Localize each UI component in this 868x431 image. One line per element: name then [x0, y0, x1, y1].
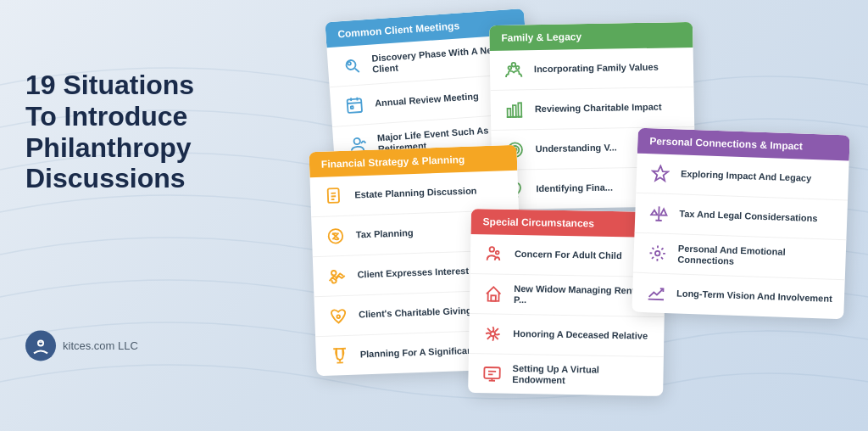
- svg-rect-37: [491, 295, 496, 301]
- svg-point-14: [509, 66, 512, 70]
- svg-line-3: [355, 68, 359, 72]
- card-personal-connections: Personal Connections & Impact Exploring …: [632, 128, 849, 320]
- svg-line-45: [659, 206, 659, 220]
- svg-rect-39: [484, 367, 500, 378]
- list-item: Long-Term Vision And Involvement: [632, 273, 844, 320]
- document-icon: [322, 184, 347, 209]
- svg-point-38: [491, 332, 496, 337]
- row-label: Annual Review Meeting: [375, 91, 479, 109]
- svg-rect-5: [348, 98, 363, 113]
- scale-icon: [647, 201, 671, 226]
- gear-icon: [645, 241, 670, 266]
- row-label: Tax And Legal Considersations: [679, 209, 818, 225]
- brand-icon: [25, 331, 56, 361]
- charity-icon: [326, 304, 351, 328]
- row-label: Tax Planning: [356, 228, 414, 242]
- row-label: Long-Term Vision And Involvement: [676, 288, 832, 305]
- adult-child-icon: [482, 242, 506, 266]
- cards-area: Common Client Meetings Discovery Phase W…: [207, 0, 868, 431]
- brand-area: kitces.com LLC: [25, 331, 212, 361]
- row-label: Exploring Impact And Legacy: [681, 169, 812, 185]
- trending-up-icon: [644, 281, 669, 305]
- left-panel: 19 Situations To Introduce Philanthropy …: [25, 70, 212, 361]
- chart-bar-icon: [503, 98, 526, 121]
- svg-line-48: [648, 299, 664, 300]
- row-label: Honoring A Deceased Relative: [513, 328, 648, 342]
- svg-point-15: [516, 66, 520, 70]
- row-label: Incorporating Family Values: [534, 62, 659, 76]
- svg-point-4: [348, 62, 351, 65]
- flower-icon: [481, 322, 504, 345]
- svg-point-47: [655, 251, 660, 256]
- row-label: Setting Up A Virtual Endowment: [512, 363, 651, 388]
- svg-point-36: [496, 251, 499, 255]
- row-label: Personal And Emotional Connections: [677, 243, 834, 271]
- svg-marker-44: [653, 165, 669, 181]
- trophy-icon: [327, 344, 352, 368]
- house-icon: [481, 282, 505, 305]
- svg-point-10: [353, 138, 360, 145]
- svg-rect-24: [328, 188, 339, 203]
- svg-rect-17: [513, 105, 516, 117]
- search-icon: [339, 53, 364, 78]
- row-label: Reviewing Charitable Impact: [535, 102, 662, 115]
- list-item: Honoring A Deceased Relative: [469, 314, 665, 357]
- svg-point-35: [490, 247, 495, 252]
- brand-text: kitces.com LLC: [63, 339, 138, 352]
- list-item: Reviewing Charitable Impact: [490, 87, 694, 131]
- family-icon: [502, 58, 526, 81]
- row-label: Identifying Fina...: [536, 182, 613, 195]
- handshake-icon: [325, 264, 349, 288]
- list-item: Setting Up A Virtual Endowment: [468, 354, 664, 396]
- svg-line-12: [364, 141, 366, 143]
- svg-point-32: [337, 315, 340, 318]
- page-title: 19 Situations To Introduce Philanthropy …: [25, 70, 212, 194]
- svg-rect-18: [518, 103, 521, 117]
- card-family-header: Family & Legacy: [489, 22, 693, 51]
- star-icon: [648, 161, 673, 186]
- svg-line-6: [348, 103, 361, 104]
- svg-rect-9: [351, 106, 353, 109]
- calendar-icon: [342, 92, 367, 118]
- row-label: Concern For Adult Child: [515, 249, 622, 261]
- svg-point-13: [512, 63, 516, 67]
- computer-icon: [480, 361, 504, 385]
- row-label: Understanding V...: [536, 143, 617, 155]
- svg-rect-16: [508, 109, 511, 117]
- list-item: Incorporating Family Values: [490, 48, 694, 91]
- tax-icon: [323, 224, 348, 249]
- row-label: Estate Planning Discussion: [354, 186, 477, 201]
- svg-point-31: [331, 271, 337, 276]
